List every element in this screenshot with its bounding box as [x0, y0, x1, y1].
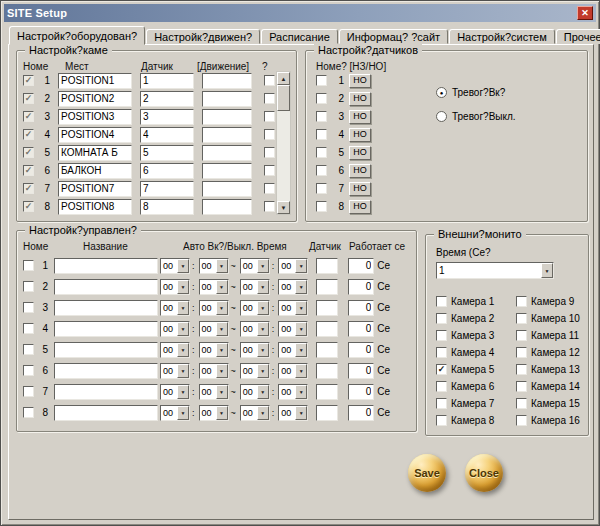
checkbox[interactable] — [436, 330, 447, 341]
control-seconds-input[interactable] — [348, 258, 374, 274]
off-hour-select[interactable]: 00▼ — [240, 405, 270, 421]
on-minute-select[interactable]: 00▼ — [199, 342, 229, 358]
dropdown-arrow-icon[interactable]: ▼ — [257, 322, 269, 336]
tab-site-info[interactable]: Информац? ?сайт — [339, 29, 448, 44]
on-minute-select[interactable]: 00▼ — [199, 384, 229, 400]
off-hour-select[interactable]: 00▼ — [240, 384, 270, 400]
tab-motion-settings[interactable]: Настройк?движен? — [146, 29, 260, 44]
sensor-enable-checkbox[interactable] — [316, 129, 327, 140]
dropdown-arrow-icon[interactable]: ▼ — [257, 301, 269, 315]
sensor-nc-no-toggle-button[interactable]: НО — [349, 182, 371, 196]
camera-sensor-input[interactable] — [140, 73, 194, 89]
control-seconds-input[interactable] — [348, 342, 374, 358]
dropdown-arrow-icon[interactable]: ▼ — [216, 322, 228, 336]
checkbox[interactable] — [436, 398, 447, 409]
checkbox[interactable] — [516, 313, 527, 324]
camera-sensor-input[interactable] — [140, 181, 194, 197]
checkbox[interactable] — [436, 347, 447, 358]
dropdown-arrow-icon[interactable]: ▼ — [177, 364, 189, 378]
dropdown-arrow-icon[interactable]: ▼ — [216, 343, 228, 357]
camera-extra-checkbox[interactable] — [264, 129, 275, 140]
monitor-camera-checkbox[interactable]: Камера 6 — [436, 380, 508, 392]
camera-sensor-input[interactable] — [140, 199, 194, 215]
control-sensor-input[interactable] — [316, 279, 338, 295]
monitor-camera-checkbox[interactable]: ✓Камера 5 — [436, 363, 508, 375]
dropdown-arrow-icon[interactable]: ▼ — [177, 259, 189, 273]
dropdown-arrow-icon[interactable]: ▼ — [216, 364, 228, 378]
checkbox[interactable] — [516, 381, 527, 392]
control-sensor-input[interactable] — [316, 363, 338, 379]
control-enable-checkbox[interactable] — [23, 281, 34, 292]
camera-motion-input[interactable] — [202, 73, 252, 89]
control-name-input[interactable] — [54, 279, 158, 295]
off-hour-select[interactable]: 00▼ — [240, 300, 270, 316]
on-minute-select[interactable]: 00▼ — [199, 279, 229, 295]
camera-extra-checkbox[interactable] — [264, 93, 275, 104]
sensor-nc-no-toggle-button[interactable]: НО — [349, 92, 371, 106]
monitor-camera-checkbox[interactable]: Камера 11 — [516, 329, 588, 341]
control-name-input[interactable] — [54, 384, 158, 400]
monitor-camera-checkbox[interactable]: Камера 12 — [516, 346, 588, 358]
on-hour-select[interactable]: 00▼ — [160, 279, 190, 295]
checkbox[interactable] — [516, 415, 527, 426]
camera-enable-checkbox[interactable]: ✓ — [23, 183, 34, 194]
off-minute-select[interactable]: 00▼ — [278, 279, 308, 295]
off-minute-select[interactable]: 00▼ — [278, 342, 308, 358]
monitor-camera-checkbox[interactable]: Камера 7 — [436, 397, 508, 409]
camera-list-scrollbar[interactable]: ▲ ▼ — [276, 71, 291, 215]
control-sensor-input[interactable] — [316, 321, 338, 337]
sensor-nc-no-toggle-button[interactable]: НО — [349, 200, 371, 214]
sensor-enable-checkbox[interactable] — [316, 93, 327, 104]
monitor-camera-checkbox[interactable]: Камера 2 — [436, 312, 508, 324]
off-minute-select[interactable]: 00▼ — [278, 405, 308, 421]
dropdown-arrow-icon[interactable]: ▼ — [541, 263, 553, 278]
on-hour-select[interactable]: 00▼ — [160, 384, 190, 400]
monitor-camera-checkbox[interactable]: Камера 16 — [516, 414, 588, 426]
checkbox[interactable] — [436, 313, 447, 324]
checkbox[interactable] — [436, 296, 447, 307]
dropdown-arrow-icon[interactable]: ▼ — [216, 385, 228, 399]
control-sensor-input[interactable] — [316, 258, 338, 274]
control-seconds-input[interactable] — [348, 321, 374, 337]
off-hour-select[interactable]: 00▼ — [240, 342, 270, 358]
control-name-input[interactable] — [54, 321, 158, 337]
on-hour-select[interactable]: 00▼ — [160, 258, 190, 274]
camera-enable-checkbox[interactable]: ✓ — [23, 129, 34, 140]
dropdown-arrow-icon[interactable]: ▼ — [177, 343, 189, 357]
dropdown-arrow-icon[interactable]: ▼ — [216, 301, 228, 315]
sensor-enable-checkbox[interactable] — [316, 201, 327, 212]
camera-extra-checkbox[interactable] — [264, 75, 275, 86]
camera-place-input[interactable] — [58, 109, 132, 125]
control-enable-checkbox[interactable] — [23, 407, 34, 418]
camera-enable-checkbox[interactable]: ✓ — [23, 75, 34, 86]
camera-motion-input[interactable] — [202, 145, 252, 161]
off-minute-select[interactable]: 00▼ — [278, 363, 308, 379]
dropdown-arrow-icon[interactable]: ▼ — [216, 280, 228, 294]
dropdown-arrow-icon[interactable]: ▼ — [257, 259, 269, 273]
dropdown-arrow-icon[interactable]: ▼ — [257, 385, 269, 399]
camera-extra-checkbox[interactable] — [264, 147, 275, 158]
sensor-nc-no-toggle-button[interactable]: НО — [349, 128, 371, 142]
monitor-camera-checkbox[interactable]: Камера 9 — [516, 295, 588, 307]
dropdown-arrow-icon[interactable]: ▼ — [257, 343, 269, 357]
off-minute-select[interactable]: 00▼ — [278, 258, 308, 274]
monitor-camera-checkbox[interactable]: Камера 1 — [436, 295, 508, 307]
control-enable-checkbox[interactable] — [23, 323, 34, 334]
on-hour-select[interactable]: 00▼ — [160, 363, 190, 379]
sensor-enable-checkbox[interactable] — [316, 75, 327, 86]
dropdown-arrow-icon[interactable]: ▼ — [177, 280, 189, 294]
camera-motion-input[interactable] — [202, 163, 252, 179]
control-enable-checkbox[interactable] — [23, 386, 34, 397]
on-hour-select[interactable]: 00▼ — [160, 300, 190, 316]
dropdown-arrow-icon[interactable]: ▼ — [177, 385, 189, 399]
camera-enable-checkbox[interactable]: ✓ — [23, 93, 34, 104]
scrollbar-track[interactable] — [277, 85, 290, 201]
checkbox[interactable] — [516, 398, 527, 409]
off-minute-select[interactable]: 00▼ — [278, 300, 308, 316]
camera-place-input[interactable] — [58, 163, 132, 179]
dropdown-arrow-icon[interactable]: ▼ — [257, 364, 269, 378]
dropdown-arrow-icon[interactable]: ▼ — [295, 406, 307, 420]
camera-place-input[interactable] — [58, 145, 132, 161]
on-minute-select[interactable]: 00▼ — [199, 258, 229, 274]
monitor-camera-checkbox[interactable]: Камера 14 — [516, 380, 588, 392]
